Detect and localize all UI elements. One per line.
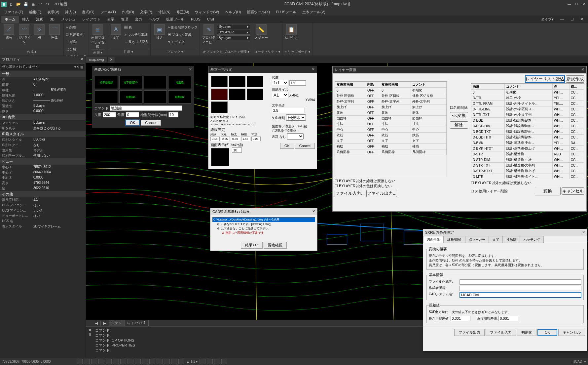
ribbon-tool-small[interactable]: ☐ 尺度変更 bbox=[66, 31, 87, 38]
a1-toggle[interactable] bbox=[149, 359, 155, 364]
layer-row[interactable]: 文字OFF文字文字 bbox=[335, 138, 447, 144]
layer-row[interactable]: D-BMK設計-基準線-中心...YEL...DA... bbox=[471, 140, 584, 146]
sxf-tab[interactable]: 寸法線 bbox=[503, 236, 520, 243]
document-tab[interactable]: map.dwg bbox=[86, 57, 108, 62]
menu-item[interactable]: 書式(O) bbox=[79, 9, 97, 15]
sxf-len-tol-input[interactable] bbox=[451, 316, 470, 321]
maximize-icon[interactable]: ☐ bbox=[573, 2, 579, 6]
sxf-tab[interactable]: 図面全体 bbox=[423, 236, 444, 243]
menu-item[interactable]: ファイル(F) bbox=[1, 9, 26, 15]
ribbon-combo[interactable]: BYLAYER▾ bbox=[217, 30, 250, 35]
cancel-button[interactable]: キャンセル bbox=[562, 187, 584, 195]
a5-toggle[interactable] bbox=[178, 359, 184, 364]
layer-table-source[interactable]: 変換前画層削除変換後画層コメント0OFF0初期化外枠-区切線OFF外枠-区切線外… bbox=[335, 82, 447, 155]
element-check-button[interactable]: 要素確認 bbox=[264, 242, 287, 249]
ortho-toggle[interactable] bbox=[91, 359, 97, 364]
sxf-tab[interactable]: 文字 bbox=[489, 236, 503, 243]
grid-toggle[interactable] bbox=[84, 359, 90, 364]
pattern-thumb[interactable] bbox=[95, 90, 118, 103]
property-row[interactable]: 幅3622.9610 bbox=[0, 186, 86, 191]
property-row[interactable]: 画層0 bbox=[0, 82, 86, 88]
cancel-button[interactable]: キャンセル bbox=[558, 329, 585, 336]
otrack-toggle[interactable] bbox=[113, 359, 119, 364]
layer-row[interactable]: D-TTL施工-外枠YEL...CC... bbox=[471, 95, 584, 101]
ribbon-tab[interactable]: 出力 bbox=[131, 16, 145, 23]
tab-close-icon[interactable]: ✕ bbox=[108, 57, 115, 63]
ribbon-tool-small[interactable]: ✎ エディタ bbox=[168, 39, 198, 45]
sxf-org-input[interactable] bbox=[459, 286, 581, 291]
layer-row[interactable]: D-TTL-FRAM設計-外枠-タイトル...YEL...CC... bbox=[471, 101, 584, 106]
property-row[interactable]: 厚さ0.0000 bbox=[0, 109, 86, 114]
ribbon-tool-small[interactable]: ▦ 表 bbox=[124, 24, 148, 31]
property-row[interactable]: 線の太さ————— ByLayer bbox=[0, 98, 86, 103]
layer-row[interactable]: D-BMK-HTXT設計-基準線-旗上げWHI...CC... bbox=[471, 146, 584, 151]
property-group[interactable]: ビュー bbox=[0, 158, 86, 165]
property-row[interactable]: 印刷テーブル...使用しない bbox=[0, 153, 86, 158]
close-icon[interactable]: ✕ bbox=[312, 209, 315, 214]
layout-tab[interactable]: モデル bbox=[109, 320, 125, 326]
property-row[interactable]: 表示スタイル2Dワイヤフレーム bbox=[0, 224, 86, 229]
go-convert-button[interactable]: 変換 bbox=[535, 187, 561, 195]
sxf-ang-tol-input[interactable] bbox=[498, 316, 518, 321]
menu-item[interactable]: 土木ツール(V) bbox=[300, 9, 328, 15]
polar-toggle[interactable] bbox=[98, 359, 104, 364]
chk-bylayer-color[interactable]: ☐ BYLAYER以外の色は変換しない bbox=[335, 184, 392, 188]
sc-toggle[interactable] bbox=[142, 359, 148, 364]
layer-row[interactable]: D-STR-HTXT設計-構造物-旗上げWHI...CC... bbox=[471, 168, 584, 174]
menu-item[interactable]: ツール(T) bbox=[98, 9, 119, 15]
ribbon-tool[interactable]: ⌒円弧 bbox=[48, 24, 61, 40]
sxf-fileout-button[interactable]: ファイル出力 bbox=[454, 329, 485, 336]
cancel-button[interactable]: Cancel bbox=[141, 120, 161, 126]
property-row[interactable]: 中心 Z0.0000 bbox=[0, 175, 86, 181]
layer-row[interactable]: 凡例図枠OFF凡例図枠凡例図枠 bbox=[335, 149, 447, 155]
layer-row[interactable]: 0OFF0初期化 bbox=[335, 88, 447, 93]
result-list-button[interactable]: 結果ﾘｽﾄ bbox=[241, 242, 263, 249]
xsec-mark-input[interactable] bbox=[168, 112, 178, 117]
ok-button[interactable]: OK bbox=[280, 143, 294, 149]
ribbon-tab[interactable]: レイアウト bbox=[79, 16, 104, 23]
property-row[interactable]: 印刷スタイルByColor bbox=[0, 137, 86, 142]
minimize-icon[interactable]: — bbox=[566, 2, 572, 6]
property-row[interactable]: 線種————— BYLAYER bbox=[0, 88, 86, 93]
layer-row[interactable]: 寸法OFF寸法寸法 bbox=[335, 121, 447, 127]
ribbon-type-menu[interactable]: タイプ▾ bbox=[537, 16, 557, 23]
sxf-cad-input[interactable] bbox=[459, 292, 581, 298]
property-row[interactable]: 中心 X75574.3912 bbox=[0, 165, 86, 170]
pattern-thumb[interactable]: 破断線1 bbox=[119, 90, 142, 103]
layer-row[interactable]: D-BGD-DIM設計-既設構造物-...WHI...CC... bbox=[471, 123, 584, 129]
property-row[interactable]: マテリアルByLayer bbox=[0, 120, 86, 126]
cancel-button[interactable]: Cancel bbox=[295, 143, 315, 149]
workspace-label[interactable]: 2D 製図 bbox=[54, 2, 67, 7]
ribbon-tool-small[interactable]: ✂ 部分削除ブロック bbox=[168, 24, 198, 31]
property-row[interactable]: 適用先モデル bbox=[0, 148, 86, 153]
property-row[interactable]: ビューポートに...はい bbox=[0, 213, 86, 219]
property-row[interactable]: UCS アイコン...いいえ bbox=[0, 208, 86, 213]
layer-row[interactable]: 躯体OFF躯体躯体 bbox=[335, 110, 447, 116]
ribbon-tab[interactable]: Civil bbox=[204, 16, 217, 22]
chk-bylayer-linetype[interactable]: ☐ BYLAYER以外の線種は変換しない bbox=[335, 179, 395, 183]
property-row[interactable]: 中心 Y80640.7664 bbox=[0, 170, 86, 175]
snap-toggle[interactable] bbox=[77, 359, 83, 364]
property-row[interactable]: 色■ ByLayer bbox=[0, 77, 86, 82]
ok-button[interactable]: OK bbox=[125, 119, 140, 126]
file-out-button[interactable]: ファイル出力... bbox=[366, 190, 397, 197]
sxf-tab[interactable]: 点マーカー bbox=[465, 236, 489, 243]
a3-toggle[interactable] bbox=[164, 359, 170, 364]
ribbon-tool[interactable]: ／線分 bbox=[2, 24, 16, 40]
ribbon-tool[interactable]: ○円 bbox=[32, 24, 46, 40]
scale-combo[interactable]: 1/1 bbox=[272, 80, 288, 86]
ribbon-tab[interactable]: PLUS bbox=[188, 16, 204, 22]
layer-row[interactable]: 鉄筋OFF鉄筋鉄筋 bbox=[335, 133, 447, 138]
layerlist-load-button[interactable]: レイヤーリスト読込 bbox=[525, 75, 565, 83]
property-group[interactable]: 3D 表示 bbox=[0, 114, 86, 120]
ribbon-tab[interactable]: 表示 bbox=[104, 16, 118, 23]
ribbon-tab[interactable]: 3D bbox=[47, 16, 58, 22]
lwt-toggle[interactable] bbox=[120, 359, 126, 364]
layer-table-target[interactable]: 画層コメント色線...0初期化WHI...CC...D-TTL施工-外枠YEL.… bbox=[471, 84, 584, 179]
file-in-button[interactable]: ファイル入力... bbox=[335, 190, 365, 197]
convert-button[interactable]: <<変換 bbox=[450, 112, 468, 119]
new-icon[interactable]: 🗋 bbox=[9, 2, 14, 7]
chk-bylayer-lineweight[interactable]: ☐ BYLAYER以外の線幅は変換しない bbox=[471, 181, 532, 185]
status-menu-icon[interactable]: ≡ bbox=[584, 360, 586, 363]
menu-item[interactable]: 拡張ツール(X) bbox=[244, 9, 273, 15]
